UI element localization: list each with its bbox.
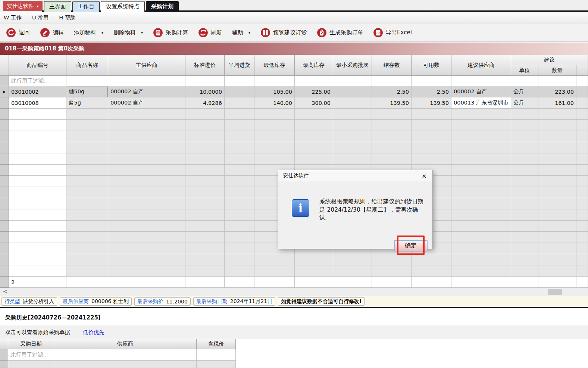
grid-cell[interactable] (108, 76, 185, 86)
column-header[interactable]: 商品名称 (66, 55, 108, 76)
chevron-down-icon[interactable]: ▾ (248, 31, 250, 35)
grid-cell[interactable] (333, 76, 372, 86)
generate-purchase-order-button[interactable]: 生成采购订单 (317, 28, 363, 38)
grid-cell[interactable]: 225.00 (295, 86, 333, 97)
column-header-qty[interactable]: 数量 (538, 65, 576, 76)
grid-cell[interactable] (576, 97, 588, 109)
grid-cell[interactable]: 139.50 (372, 97, 412, 109)
assist-button[interactable]: 辅助 ▾ (232, 29, 250, 36)
menu-help[interactable]: H 帮助 (59, 14, 76, 21)
grid-cell[interactable]: 2.50 (372, 86, 412, 97)
table-row[interactable]: 03010008盐5g000002 自产4.9286140.00300.0013… (0, 97, 588, 109)
column-header[interactable]: 建议供应商 (451, 55, 511, 76)
grid-cell[interactable]: 000002 自产 (108, 97, 185, 109)
grid-cell[interactable] (511, 76, 538, 86)
grid-cell[interactable]: 105.00 (254, 86, 295, 97)
column-header[interactable]: 采购日期 (8, 339, 54, 349)
row-selector[interactable] (0, 97, 9, 109)
grid-cell[interactable] (451, 76, 511, 86)
grid-cell[interactable] (412, 76, 451, 86)
close-icon[interactable]: × (416, 170, 432, 181)
grid-cell[interactable] (54, 349, 197, 361)
grid-cell[interactable]: 000002 自产 (108, 86, 185, 97)
tab-purchase-plan[interactable]: 采购计划 (146, 1, 179, 12)
svg-text:Aa: Aa (376, 31, 381, 35)
grid-cell[interactable]: 300.00 (295, 97, 333, 109)
row-selector[interactable]: ▶ (0, 86, 9, 97)
column-header[interactable]: 最小采购批次 (333, 55, 372, 76)
scrollbar-thumb[interactable] (548, 289, 562, 295)
grid-cell[interactable] (225, 97, 254, 109)
app-brand-menu-button[interactable]: 安仕达软件 ▾ (3, 1, 43, 11)
column-header[interactable]: 可用数 (412, 55, 451, 76)
grid-cell[interactable]: 03010008 (9, 97, 66, 109)
export-excel-button[interactable]: Aa 导出Excel (373, 28, 412, 38)
grid-cell[interactable] (372, 76, 412, 86)
row-selector-header (0, 339, 8, 349)
column-header[interactable]: 最高库存 (295, 55, 333, 76)
add-material-button[interactable]: 添加物料 ▾ (74, 29, 103, 36)
grid-cell[interactable] (225, 76, 254, 86)
grid-cell[interactable] (185, 76, 225, 86)
purchase-calc-button[interactable]: 采购计算 (153, 28, 188, 38)
grid-cell[interactable] (66, 76, 108, 86)
grid-cell[interactable]: 000013 广东省深圳市 (451, 97, 511, 109)
grid-cell[interactable]: 161.00 (538, 97, 576, 109)
column-header[interactable]: 最低库存 (254, 55, 295, 76)
grid-cell[interactable]: 2.50 (412, 86, 451, 97)
grid-cell[interactable] (333, 97, 372, 109)
grid-cell[interactable] (197, 349, 236, 361)
column-header[interactable]: 商品编号 (9, 55, 66, 76)
grid-cell[interactable]: 140.00 (254, 97, 295, 109)
menu-work[interactable]: W 工作 (4, 14, 22, 21)
tab-system-settings[interactable]: 设置系统特点 (101, 1, 145, 12)
grid-cell[interactable] (538, 76, 576, 86)
column-header-unit[interactable]: 单位 (511, 65, 538, 76)
grid-cell[interactable] (576, 76, 588, 86)
table-row[interactable]: ▶03010002糖50g000002 自产10.0000105.00225.0… (0, 86, 588, 97)
column-header[interactable]: 平均进货 (225, 55, 254, 76)
chevron-down-icon[interactable]: ▾ (101, 31, 103, 35)
table-row[interactable]: 此行用于过滤... (0, 76, 588, 86)
table-row[interactable]: 此行用于过滤... (0, 349, 236, 361)
horizontal-scrollbar[interactable]: < (0, 288, 588, 296)
chevron-down-icon[interactable]: ▾ (141, 31, 143, 35)
tab-workbench[interactable]: 工作台 (72, 1, 100, 12)
column-header[interactable]: 标准进价 (185, 55, 225, 76)
grid-cell[interactable]: 糖50g (66, 86, 108, 97)
grid-cell[interactable] (254, 76, 295, 86)
low-price-first-link[interactable]: 低价优先 (83, 329, 104, 336)
column-header[interactable]: 供应商 (54, 339, 197, 349)
history-table: 采购日期供应商含税价此行用于过滤... (0, 339, 236, 368)
column-header[interactable]: 含税价 (197, 339, 236, 349)
grid-cell[interactable] (225, 86, 254, 97)
grid-cell[interactable] (576, 86, 588, 97)
grid-cell[interactable]: 公斤 (511, 86, 538, 97)
tab-main-screen[interactable]: 主界面 (44, 1, 71, 12)
grid-cell[interactable] (333, 86, 372, 97)
edit-button[interactable]: 编辑 (40, 28, 64, 38)
menu-common[interactable]: U 常用 (32, 14, 49, 21)
ok-button[interactable]: 确定 (394, 240, 428, 252)
row-selector (0, 209, 9, 221)
grid-cell[interactable]: 此行用于过滤... (8, 349, 54, 361)
scroll-left-arrow-icon[interactable]: < (3, 289, 7, 294)
back-button[interactable]: 返回 (6, 28, 30, 38)
grid-cell[interactable]: 139.50 (412, 97, 451, 109)
refresh-button[interactable]: 刷新 (198, 28, 222, 38)
grid-cell[interactable]: 03010002 (9, 86, 66, 97)
grid-cell[interactable]: 盐5g (66, 97, 108, 109)
grid-cell[interactable]: 公斤 (511, 97, 538, 109)
grid-cell[interactable]: 10.0000 (185, 86, 225, 97)
column-header[interactable]: 主供应商 (108, 55, 185, 76)
column-group-header[interactable]: 建议 (511, 55, 588, 65)
grid-cell[interactable] (295, 76, 333, 86)
preview-suggested-order-button[interactable]: 预览建议订货 (260, 28, 307, 38)
grid-cell[interactable]: 4.9286 (185, 97, 225, 109)
dialog-title-bar[interactable]: 安仕达软件 × (278, 170, 432, 181)
grid-cell[interactable]: 此行用于过滤... (9, 76, 66, 86)
grid-cell[interactable]: 000002 自产 (451, 86, 511, 97)
column-header[interactable]: 结存数 (372, 55, 412, 76)
grid-cell[interactable]: 223.00 (538, 86, 576, 97)
delete-material-button[interactable]: 删除物料 ▾ (113, 29, 143, 36)
